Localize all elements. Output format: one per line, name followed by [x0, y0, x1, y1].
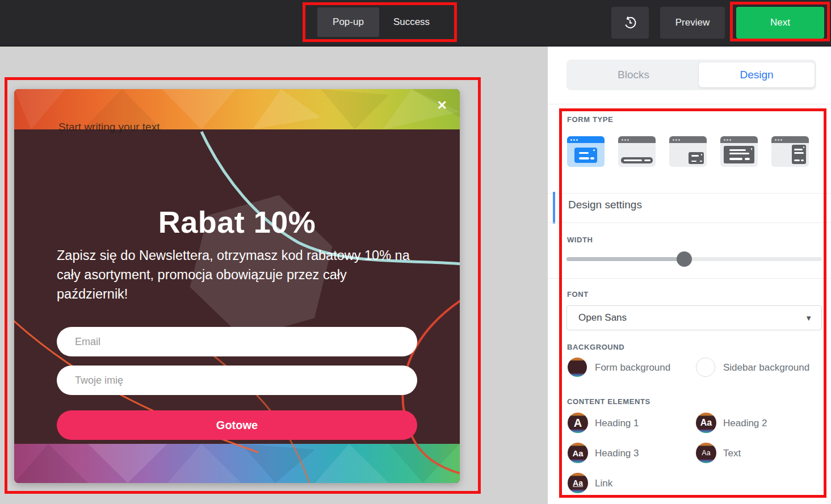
popup-bottom-image-strip — [14, 444, 460, 483]
email-field[interactable] — [57, 327, 417, 356]
form-type-label: FORM TYPE — [567, 115, 613, 124]
popup-heading[interactable]: Rabat 10% — [14, 204, 460, 240]
tab-blocks[interactable]: Blocks — [566, 60, 700, 90]
app-root: Pop-up Success Preview Next — [0, 0, 831, 504]
add-text-button[interactable]: Aa — [696, 443, 716, 463]
width-label: WIDTH — [567, 236, 593, 244]
sidebar-background-label: Sidebar background — [723, 362, 809, 373]
content-elements-label: CONTENT ELEMENTS — [567, 397, 650, 406]
sidebar-background-swatch[interactable] — [696, 358, 715, 377]
heading1-icon: A — [574, 417, 582, 430]
submit-button[interactable]: Gotowe — [57, 410, 417, 440]
divider — [548, 104, 831, 104]
form-background-swatch[interactable] — [568, 358, 587, 377]
history-icon — [623, 15, 637, 30]
tab-design[interactable]: Design — [699, 62, 815, 87]
divider — [548, 278, 831, 279]
background-label: BACKGROUND — [567, 343, 624, 351]
divider — [548, 193, 831, 194]
font-dropdown[interactable]: Open Sans ▼ — [566, 305, 822, 330]
link-icon: Aa — [573, 478, 583, 488]
sidebar-tab-switcher: Blocks Design — [566, 60, 816, 90]
top-navbar: Pop-up Success Preview Next — [0, 0, 831, 47]
popup-body-text[interactable]: Zapisz się do Newslettera, otrzymasz kod… — [57, 246, 420, 304]
form-type-corner-box-icon[interactable] — [669, 136, 707, 167]
width-slider-handle[interactable] — [677, 251, 692, 267]
heading3-label: Heading 3 — [595, 448, 639, 459]
heading1-label: Heading 1 — [595, 418, 639, 429]
form-type-large-modal-icon[interactable] — [720, 136, 758, 167]
heading3-icon: Aa — [572, 448, 583, 458]
width-slider[interactable] — [566, 257, 822, 261]
close-icon[interactable]: ✕ — [437, 99, 447, 112]
font-label: FONT — [567, 290, 589, 299]
form-background-label: Form background — [595, 362, 670, 373]
text-icon: Aa — [702, 449, 710, 457]
form-type-side-panel-icon[interactable] — [771, 136, 809, 167]
width-slider-fill — [566, 257, 684, 261]
add-link-button[interactable]: Aa — [568, 473, 588, 493]
divider — [548, 222, 831, 223]
settings-sidebar: Blocks Design FORM TYPE — [548, 47, 831, 504]
add-heading1-button[interactable]: A — [568, 413, 588, 433]
heading2-label: Heading 2 — [723, 418, 767, 429]
design-settings-row[interactable]: Design settings — [568, 199, 642, 211]
name-field[interactable] — [57, 366, 417, 395]
form-type-popup-centered-icon[interactable] — [567, 136, 605, 167]
form-type-bottom-bar-icon[interactable] — [618, 136, 656, 167]
add-heading2-button[interactable]: Aa — [696, 413, 716, 433]
popup-form-preview[interactable]: Start writing your text ✕ Rabat 10% Zapi… — [14, 89, 460, 483]
font-dropdown-value: Open Sans — [578, 312, 627, 324]
history-button[interactable] — [611, 7, 649, 39]
chevron-down-icon: ▼ — [805, 314, 812, 322]
text-block-placeholder[interactable]: Start writing your text — [58, 121, 160, 133]
next-button[interactable]: Next — [736, 7, 824, 39]
preview-button[interactable]: Preview — [660, 7, 725, 39]
active-section-indicator — [553, 192, 555, 224]
heading2-icon: Aa — [700, 418, 712, 428]
text-label: Text — [723, 448, 741, 459]
tab-popup[interactable]: Pop-up — [317, 7, 379, 37]
add-heading3-button[interactable]: Aa — [568, 443, 588, 463]
tab-success[interactable]: Success — [379, 7, 444, 37]
link-label: Link — [595, 478, 612, 489]
